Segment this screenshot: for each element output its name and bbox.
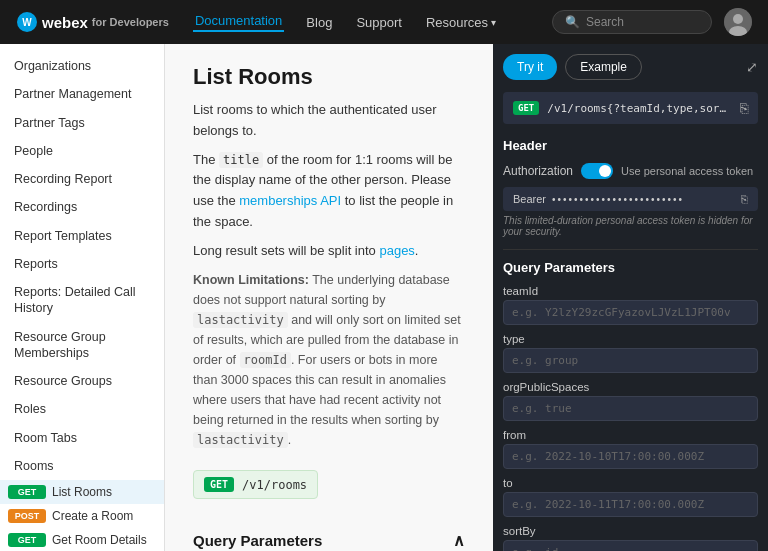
sidebar-api-get-room-details[interactable]: GET Get Room Details: [0, 528, 164, 551]
divider: [503, 249, 758, 250]
logo-for-text: for Developers: [92, 16, 169, 28]
query-params-panel-title: Query Parameters: [503, 260, 758, 275]
param-to-input[interactable]: [503, 492, 758, 517]
auth-toggle[interactable]: [581, 163, 613, 179]
sidebar-item-people[interactable]: People: [0, 137, 164, 165]
nav-resources[interactable]: Resources ▾: [424, 13, 498, 32]
sidebar-api-create-room-label: Create a Room: [52, 509, 133, 523]
sidebar-item-resource-groups[interactable]: Resource Groups: [0, 367, 164, 395]
sidebar-api-list-rooms[interactable]: GET List Rooms: [0, 480, 164, 504]
bearer-token-dots: ••••••••••••••••••••••••: [552, 194, 735, 205]
sidebar-item-roles[interactable]: Roles: [0, 395, 164, 423]
param-input-from: from: [503, 429, 758, 469]
param-sortby-input[interactable]: [503, 540, 758, 551]
top-nav: W webex for Developers Documentation Blo…: [0, 0, 768, 44]
doc-warning: Known Limitations: The underlying databa…: [193, 270, 465, 451]
param-type-input[interactable]: [503, 348, 758, 373]
bearer-prefix: Bearer: [513, 193, 546, 205]
sidebar-item-recording-report[interactable]: Recording Report: [0, 165, 164, 193]
copy-icon[interactable]: ⎘: [740, 100, 748, 116]
search-icon: 🔍: [565, 15, 580, 29]
logo: W webex for Developers: [16, 11, 169, 33]
doc-desc-1: List rooms to which the authenticated us…: [193, 100, 465, 142]
param-input-orgpublicspaces: orgPublicSpaces: [503, 381, 758, 421]
search-placeholder: Search: [586, 15, 624, 29]
param-from-input[interactable]: [503, 444, 758, 469]
collapse-icon[interactable]: ∧: [453, 531, 465, 550]
param-teamid-label: teamId: [503, 285, 758, 297]
param-input-to: to: [503, 477, 758, 517]
method-get-badge-2: GET: [8, 533, 46, 547]
avatar[interactable]: [724, 8, 752, 36]
sidebar-item-recordings[interactable]: Recordings: [0, 193, 164, 221]
page-title: List Rooms: [193, 64, 465, 90]
auth-row: Authorization Use personal access token: [503, 163, 758, 179]
sidebar-item-reports-detail[interactable]: Reports: Detailed Call History: [0, 278, 164, 323]
sidebar-api-get-room-details-label: Get Room Details: [52, 533, 147, 547]
memberships-link[interactable]: memberships API: [239, 193, 341, 208]
pages-link[interactable]: pages: [379, 243, 414, 258]
api-method-badge: GET: [513, 101, 539, 115]
param-from-label: from: [503, 429, 758, 441]
avatar-icon: [724, 8, 752, 36]
sidebar: Organizations Partner Management Partner…: [0, 44, 165, 551]
nav-support[interactable]: Support: [354, 13, 404, 32]
param-input-type: type: [503, 333, 758, 373]
sidebar-item-organizations[interactable]: Organizations: [0, 52, 164, 80]
sidebar-api-list-rooms-label: List Rooms: [52, 485, 112, 499]
sidebar-item-rooms[interactable]: Rooms: [0, 452, 164, 480]
nav-right: 🔍 Search: [552, 8, 752, 36]
sidebar-item-room-tabs[interactable]: Room Tabs: [0, 424, 164, 452]
endpoint-method-badge: GET: [204, 477, 234, 492]
auth-note: Use personal access token: [621, 165, 753, 177]
doc-content: List Rooms List rooms to which the authe…: [165, 44, 493, 551]
main-wrapper: Organizations Partner Management Partner…: [0, 44, 768, 551]
right-panel: Try it Example ⤢ GET /v1/rooms{?teamId,t…: [493, 44, 768, 551]
param-orgpublicspaces-input[interactable]: [503, 396, 758, 421]
search-box[interactable]: 🔍 Search: [552, 10, 712, 34]
content-area: List Rooms List rooms to which the authe…: [165, 44, 493, 551]
expand-icon[interactable]: ⤢: [746, 59, 758, 75]
param-type-label: type: [503, 333, 758, 345]
endpoint-url: /v1/rooms: [242, 478, 307, 492]
sidebar-item-report-templates[interactable]: Report Templates: [0, 222, 164, 250]
logo-webex-text: webex: [42, 14, 88, 31]
sidebar-item-partner-management[interactable]: Partner Management: [0, 80, 164, 108]
chevron-down-icon: ▾: [491, 17, 496, 28]
param-teamid-input[interactable]: [503, 300, 758, 325]
param-orgpublicspaces-label: orgPublicSpaces: [503, 381, 758, 393]
webex-logo-icon: W: [16, 11, 38, 33]
param-sortby-label: sortBy: [503, 525, 758, 537]
nav-links: Documentation Blog Support Resources ▾: [193, 13, 552, 32]
example-button[interactable]: Example: [565, 54, 642, 80]
method-get-badge: GET: [8, 485, 46, 499]
sidebar-api-create-room[interactable]: POST Create a Room: [0, 504, 164, 528]
svg-text:W: W: [22, 17, 32, 28]
query-params-section-title: Query Parameters ∧: [193, 531, 465, 550]
param-input-sortby: sortBy: [503, 525, 758, 551]
svg-point-3: [733, 14, 743, 24]
copy-token-icon[interactable]: ⎘: [741, 193, 748, 205]
try-it-button[interactable]: Try it: [503, 54, 557, 80]
hidden-note: This limited-duration personal access to…: [503, 215, 758, 237]
doc-desc-3: Long result sets will be split into page…: [193, 241, 465, 262]
sidebar-item-partner-tags[interactable]: Partner Tags: [0, 109, 164, 137]
try-example-row: Try it Example ⤢: [503, 54, 758, 80]
doc-desc-2: The title of the room for 1:1 rooms will…: [193, 150, 465, 233]
sidebar-item-reports[interactable]: Reports: [0, 250, 164, 278]
nav-documentation[interactable]: Documentation: [193, 13, 284, 32]
endpoint-display: GET /v1/rooms: [193, 470, 318, 499]
header-section-title: Header: [503, 138, 758, 153]
auth-label: Authorization: [503, 164, 573, 178]
param-input-teamid: teamId: [503, 285, 758, 325]
api-url-box: GET /v1/rooms{?teamId,type,sortBy,max} ⎘: [503, 92, 758, 124]
sidebar-item-resource-group-memberships[interactable]: Resource Group Memberships: [0, 323, 164, 368]
param-to-label: to: [503, 477, 758, 489]
api-url-text: /v1/rooms{?teamId,type,sortBy,max}: [547, 102, 732, 115]
nav-blog[interactable]: Blog: [304, 13, 334, 32]
method-post-badge: POST: [8, 509, 46, 523]
bearer-box: Bearer •••••••••••••••••••••••• ⎘: [503, 187, 758, 211]
